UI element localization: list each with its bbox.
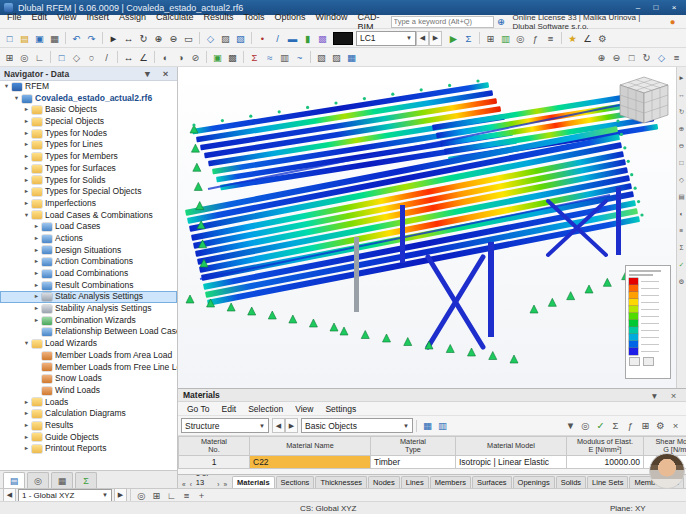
check-icon[interactable]: ✓ bbox=[677, 256, 686, 273]
materials-menu-selection[interactable]: Selection bbox=[242, 404, 289, 414]
open-model-icon[interactable]: ▤ bbox=[17, 31, 32, 46]
expand-icon[interactable]: ► bbox=[22, 175, 31, 187]
table-cell[interactable]: Timber bbox=[371, 456, 456, 469]
tree-item-types-for-members[interactable]: ►Types for Members bbox=[0, 151, 177, 163]
expand-icon[interactable]: ► bbox=[22, 432, 31, 444]
new-model-icon[interactable]: □ bbox=[2, 31, 17, 46]
zoom-minus-icon[interactable]: ⊖ bbox=[677, 137, 686, 154]
table-cell[interactable]: 1 bbox=[179, 456, 250, 469]
close-navigator-icon[interactable]: × bbox=[158, 66, 173, 81]
guideline-icon[interactable]: / bbox=[99, 50, 114, 65]
plane-yz-icon[interactable]: ○ bbox=[84, 50, 99, 65]
render-transparent-icon[interactable]: ▩ bbox=[225, 50, 240, 65]
tree-item-static-analysis-settings[interactable]: ►Static Analysis Settings bbox=[0, 291, 177, 303]
iso-icon[interactable]: ◇ bbox=[677, 171, 686, 188]
table-view-icon[interactable]: ▦ bbox=[420, 418, 435, 433]
dimension-icon[interactable]: ↔ bbox=[121, 50, 136, 65]
clipping-icon[interactable]: ◑ bbox=[173, 50, 188, 65]
settings2-icon[interactable]: ⚙ bbox=[653, 418, 668, 433]
list2-icon[interactable]: ≡ bbox=[677, 222, 686, 239]
tree-item-member-loads-from-free-line-load[interactable]: Member Loads from Free Line Load bbox=[0, 362, 177, 374]
expand-icon[interactable]: ► bbox=[32, 280, 41, 292]
column-header-material-name[interactable]: Material Name bbox=[250, 437, 371, 456]
expand-icon[interactable]: ► bbox=[32, 303, 41, 315]
hatch-icon[interactable]: ▨ bbox=[329, 50, 344, 65]
print-icon[interactable]: ▦ bbox=[47, 31, 62, 46]
expand-icon[interactable]: ► bbox=[22, 128, 31, 140]
tree-item-rfem[interactable]: ▼RFEM bbox=[0, 81, 177, 93]
settings-icon[interactable]: ⚙ bbox=[595, 31, 610, 46]
expand-icon[interactable]: ► bbox=[22, 408, 31, 420]
column-header-material[interactable]: MaterialNo. bbox=[179, 437, 250, 456]
refresh-icon[interactable]: ↻ bbox=[639, 50, 654, 65]
deformation-icon[interactable]: ~ bbox=[292, 50, 307, 65]
table-tab-materials[interactable]: Materials bbox=[232, 476, 275, 488]
expand-icon[interactable]: ► bbox=[32, 256, 41, 268]
column-header-modulus-of-elast[interactable]: Modulus of Elast.E [N/mm²] bbox=[567, 437, 644, 456]
notification-icon[interactable]: ● bbox=[665, 14, 680, 29]
navigator-tab-results[interactable]: Σ bbox=[75, 472, 97, 488]
column-header-material[interactable]: MaterialType bbox=[371, 437, 456, 456]
license-globe-icon[interactable]: ⊕ bbox=[494, 14, 509, 29]
hide-icon[interactable]: ⊘ bbox=[188, 50, 203, 65]
expand-icon[interactable]: ► bbox=[32, 221, 41, 233]
zoom-out-icon[interactable]: ⊖ bbox=[166, 31, 181, 46]
navigator-header[interactable]: Navigator - Data ▾× bbox=[0, 67, 177, 81]
tree-item-imperfections[interactable]: ►Imperfections bbox=[0, 198, 177, 210]
tree-item-stability-analysis-settings[interactable]: ►Stability Analysis Settings bbox=[0, 303, 177, 315]
last-page-button[interactable]: » bbox=[221, 481, 229, 488]
result-table-icon[interactable]: ▥ bbox=[277, 50, 292, 65]
render-solid-icon[interactable]: ▣ bbox=[210, 50, 225, 65]
shaded-icon[interactable]: ▧ bbox=[233, 31, 248, 46]
tree-item-calculation-diagrams[interactable]: ►Calculation Diagrams bbox=[0, 408, 177, 420]
view-table-icon[interactable]: ▤ bbox=[677, 188, 686, 205]
dock-icon[interactable]: ▾ bbox=[140, 66, 155, 81]
tree-item-basic-objects[interactable]: ►Basic Objects bbox=[0, 104, 177, 116]
tree-item-result-combinations[interactable]: ►Result Combinations bbox=[0, 280, 177, 292]
zoom-all-icon[interactable]: ⊕ bbox=[594, 50, 609, 65]
table-tab-openings[interactable]: Openings bbox=[513, 476, 555, 488]
tree-item-load-cases-combinations[interactable]: ▼Load Cases & Combinations bbox=[0, 210, 177, 222]
load-case-combo[interactable]: LC1 ▼ bbox=[356, 31, 416, 46]
zoom-plus-icon[interactable]: ⊕ bbox=[677, 120, 686, 137]
tree-item-load-combinations[interactable]: ►Load Combinations bbox=[0, 268, 177, 280]
tree-item-action-combinations[interactable]: ►Action Combinations bbox=[0, 256, 177, 268]
result-legend-panel[interactable] bbox=[625, 265, 671, 379]
expand-icon[interactable]: ► bbox=[22, 116, 31, 128]
lines-icon[interactable]: / bbox=[270, 31, 285, 46]
save-icon[interactable]: ▣ bbox=[32, 31, 47, 46]
tree-item-types-for-nodes[interactable]: ►Types for Nodes bbox=[0, 128, 177, 140]
plane-xy-icon[interactable]: ◇ bbox=[69, 50, 84, 65]
model-viewport[interactable] bbox=[178, 67, 676, 388]
pin-panel-icon[interactable]: ▾ bbox=[647, 388, 662, 403]
view-combo[interactable]: 1 - Global XYZ ▼ bbox=[18, 489, 112, 502]
tree-item-snow-loads[interactable]: Snow Loads bbox=[0, 373, 177, 385]
user-avatar[interactable] bbox=[649, 453, 685, 489]
tree-item-covaleda-estado-actual2-rf6[interactable]: ▼Covaleda_estado_actual2.rf6 bbox=[0, 93, 177, 105]
tree-item-types-for-lines[interactable]: ►Types for Lines bbox=[0, 139, 177, 151]
tree-item-types-for-solids[interactable]: ►Types for Solids bbox=[0, 175, 177, 187]
tree-item-actions[interactable]: ►Actions bbox=[0, 233, 177, 245]
table-tab-lines[interactable]: Lines bbox=[401, 476, 429, 488]
tree-item-member-loads-from-area-load[interactable]: Member Loads from Area Load bbox=[0, 350, 177, 362]
panel-icon[interactable]: ◎ bbox=[513, 31, 528, 46]
expand-icon[interactable]: ► bbox=[22, 420, 31, 432]
undo-icon[interactable]: ↶ bbox=[69, 31, 84, 46]
tree-item-loads[interactable]: ►Loads bbox=[0, 397, 177, 409]
surfaces-icon[interactable]: ▮ bbox=[300, 31, 315, 46]
tree-item-combination-wizards[interactable]: ►Combination Wizards bbox=[0, 315, 177, 327]
rotate-view-icon[interactable]: ↻ bbox=[136, 31, 151, 46]
next-load-case-button[interactable]: ▶ bbox=[429, 31, 442, 46]
smooth-results-icon[interactable]: ≈ bbox=[262, 50, 277, 65]
model-3d-canvas[interactable] bbox=[178, 67, 676, 388]
tree-item-design-situations[interactable]: ►Design Situations bbox=[0, 245, 177, 257]
load-case-color-swatch[interactable] bbox=[333, 32, 353, 45]
isometric-view-icon[interactable]: ◇ bbox=[203, 31, 218, 46]
section-icon[interactable]: ▧ bbox=[314, 50, 329, 65]
redo-icon[interactable]: ↷ bbox=[84, 31, 99, 46]
move-icon[interactable]: ↔ bbox=[121, 31, 136, 46]
half-view-icon[interactable]: ◐ bbox=[677, 205, 686, 222]
zoom-rect-icon[interactable]: □ bbox=[677, 154, 686, 171]
legend-close-button[interactable] bbox=[643, 357, 654, 366]
results-icon[interactable]: Σ bbox=[461, 31, 476, 46]
